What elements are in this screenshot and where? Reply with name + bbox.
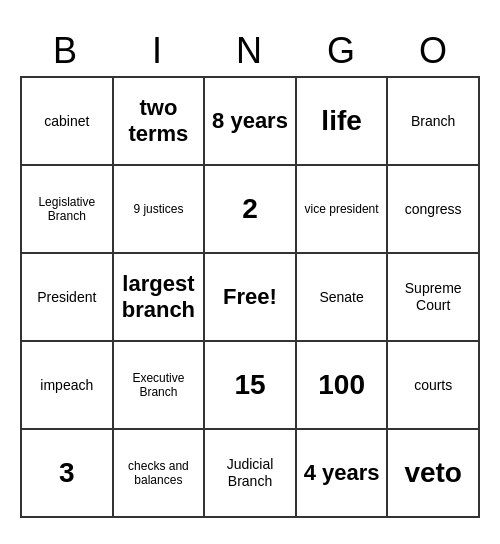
bingo-cell: impeach	[22, 342, 114, 430]
header-letter: I	[112, 26, 204, 76]
bingo-cell: 15	[205, 342, 297, 430]
bingo-cell: 9 justices	[114, 166, 206, 254]
bingo-cell: congress	[388, 166, 480, 254]
bingo-cell: 4 years	[297, 430, 389, 518]
header-letter: B	[20, 26, 112, 76]
header-letter: O	[388, 26, 480, 76]
bingo-cell: 3	[22, 430, 114, 518]
header-letter: G	[296, 26, 388, 76]
bingo-cell: cabinet	[22, 78, 114, 166]
bingo-cell: Executive Branch	[114, 342, 206, 430]
bingo-grid: cabinettwo terms8 yearslifeBranchLegisla…	[20, 76, 480, 518]
bingo-cell: President	[22, 254, 114, 342]
bingo-cell: Branch	[388, 78, 480, 166]
bingo-cell: checks and balances	[114, 430, 206, 518]
bingo-cell: Judicial Branch	[205, 430, 297, 518]
bingo-cell: 2	[205, 166, 297, 254]
bingo-cell: Legislative Branch	[22, 166, 114, 254]
bingo-cell: vice president	[297, 166, 389, 254]
bingo-cell: Free!	[205, 254, 297, 342]
bingo-cell: two terms	[114, 78, 206, 166]
bingo-cell: courts	[388, 342, 480, 430]
bingo-cell: 100	[297, 342, 389, 430]
bingo-header: BINGO	[20, 26, 480, 76]
bingo-cell: largest branch	[114, 254, 206, 342]
bingo-card: BINGO cabinettwo terms8 yearslifeBranchL…	[20, 26, 480, 518]
bingo-cell: Senate	[297, 254, 389, 342]
bingo-cell: veto	[388, 430, 480, 518]
bingo-cell: life	[297, 78, 389, 166]
bingo-cell: Supreme Court	[388, 254, 480, 342]
bingo-cell: 8 years	[205, 78, 297, 166]
header-letter: N	[204, 26, 296, 76]
